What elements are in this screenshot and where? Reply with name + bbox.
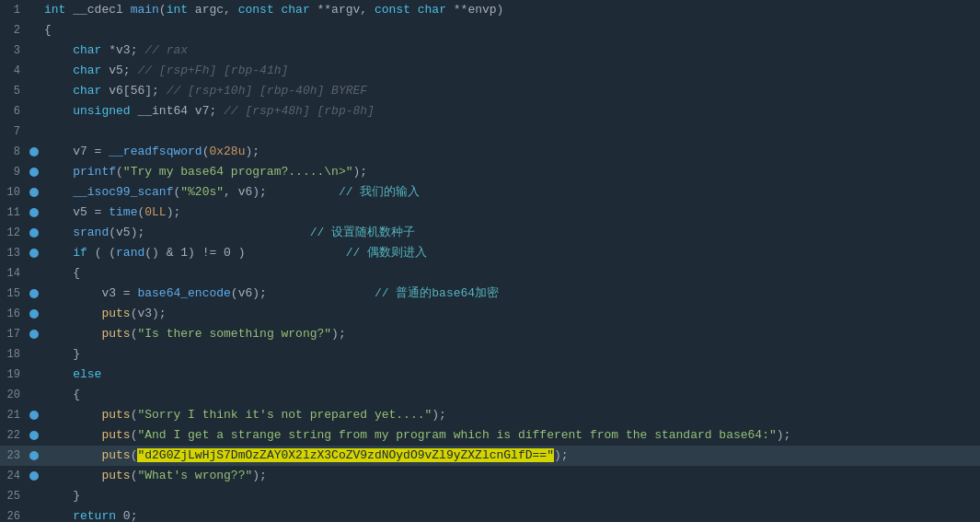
token-plain	[44, 509, 73, 522]
breakpoint[interactable]	[28, 168, 40, 177]
token-plain	[44, 185, 73, 199]
breakpoint[interactable]	[28, 309, 40, 319]
breakpoint-dot	[29, 471, 39, 481]
token-plain	[44, 165, 73, 179]
token-plain: , v6);	[224, 185, 339, 199]
token-fn: time	[109, 205, 137, 219]
breakpoint[interactable]	[28, 208, 40, 217]
token-plain: **argv,	[310, 3, 375, 17]
token-fn: rand	[116, 246, 144, 260]
token-plain: (v6);	[231, 286, 375, 300]
breakpoint[interactable]	[28, 330, 40, 339]
token-plain: }	[44, 347, 80, 361]
line-number: 24	[0, 470, 28, 482]
code-content: char *v3; // rax	[40, 41, 980, 60]
code-content: puts("What's wrong??");	[40, 467, 980, 485]
line-number: 10	[0, 186, 28, 199]
breakpoint[interactable]	[28, 289, 40, 298]
token-plain: );	[252, 469, 267, 482]
token-comment: // [rsp+48h] [rbp-8h]	[224, 104, 375, 118]
token-fn-yellow: puts	[101, 469, 130, 482]
breakpoint[interactable]	[28, 147, 40, 157]
breakpoint[interactable]	[28, 471, 40, 481]
breakpoint[interactable]	[28, 431, 40, 440]
code-content: printf("Try my base64 program?.....\n>")…	[40, 163, 980, 181]
token-str: "Is there something wrong?"	[137, 327, 331, 341]
token-fn: __readfsqword	[109, 145, 202, 158]
token-fn: printf	[73, 165, 116, 179]
token-str-highlight: "d2G0ZjLwHjS7DmOzZAY0X2lzX3CoZV9zdNOydO9…	[137, 448, 553, 462]
token-plain: ( (	[87, 246, 116, 260]
breakpoint[interactable]	[28, 249, 40, 258]
code-line: 1int __cdecl main(int argc, const char *…	[0, 0, 980, 20]
token-plain: v7 =	[73, 145, 109, 158]
token-kw: const	[238, 3, 274, 17]
token-plain: __int64 v7;	[131, 104, 224, 118]
code-content: return 0;	[40, 507, 980, 522]
breakpoint-dot	[29, 431, 39, 440]
code-content: puts("Sorry I think it's not prepared ye…	[40, 406, 980, 424]
line-number: 25	[0, 490, 28, 503]
line-number: 22	[0, 429, 28, 442]
line-number: 9	[0, 166, 28, 179]
breakpoint[interactable]	[28, 188, 40, 197]
code-content: }	[40, 345, 980, 364]
code-line: 22 puts("And I get a strange string from…	[0, 425, 980, 446]
token-plain: argc,	[188, 3, 238, 17]
code-line: 16 puts(v3);	[0, 304, 980, 324]
token-plain	[44, 307, 101, 320]
code-line: 21 puts("Sorry I think it's not prepared…	[0, 405, 980, 425]
code-content: unsigned __int64 v7; // [rsp+48h] [rbp-8…	[40, 102, 980, 121]
breakpoint[interactable]	[28, 411, 40, 420]
code-line: 8 v7 = __readfsqword(0x28u);	[0, 142, 980, 162]
token-comment: // rax	[144, 43, 188, 57]
token-comment: // [rsp+Fh] [rbp-41h]	[137, 64, 288, 77]
line-number: 18	[0, 348, 28, 361]
line-number: 26	[0, 510, 28, 522]
line-number: 12	[0, 226, 28, 239]
token-num: 0x28u	[209, 145, 245, 158]
breakpoint-dot	[29, 289, 39, 298]
code-line: 20 {	[0, 385, 980, 405]
code-content: char v6[56]; // [rsp+10h] [rbp-40h] BYRE…	[40, 82, 980, 100]
token-kw: int	[44, 3, 65, 17]
token-kw: char	[73, 43, 101, 57]
token-fn-yellow: puts	[101, 327, 130, 341]
breakpoint-dot	[29, 228, 39, 238]
code-content: srand(v5); // 设置随机数种子	[40, 224, 980, 242]
code-line: 3 char *v3; // rax	[0, 41, 980, 61]
token-plain	[44, 104, 73, 118]
line-number: 5	[0, 85, 28, 98]
token-plain: v3 =	[101, 286, 137, 300]
line-number: 4	[0, 64, 28, 77]
line-number: 15	[0, 287, 28, 300]
token-fn: srand	[73, 226, 109, 239]
token-plain: }	[44, 489, 80, 503]
token-kw: unsigned	[73, 104, 130, 118]
breakpoint[interactable]	[28, 451, 40, 460]
code-line: 2{	[0, 20, 980, 41]
token-plain: 0;	[116, 509, 137, 522]
token-plain: );	[331, 327, 346, 341]
token-plain	[410, 3, 418, 17]
breakpoint[interactable]	[28, 228, 40, 238]
code-line: 6 unsigned __int64 v7; // [rsp+48h] [rbp…	[0, 101, 980, 122]
breakpoint-dot	[29, 208, 39, 217]
token-num: 0LL	[144, 205, 166, 219]
token-comment-cn: // 普通的base64加密	[375, 286, 499, 300]
code-content: v3 = base64_encode(v6); // 普通的base64加密	[40, 284, 980, 303]
token-fn: base64_encode	[137, 286, 230, 300]
line-number: 6	[0, 105, 28, 118]
breakpoint-dot	[29, 451, 39, 460]
breakpoint-dot	[29, 330, 39, 339]
breakpoint-dot	[29, 188, 39, 197]
token-plain: () & 1) != 0 )	[144, 246, 345, 260]
code-line: 9 printf("Try my base64 program?.....\n>…	[0, 162, 980, 182]
code-content: __isoc99_scanf("%20s", v6); // 我们的输入	[40, 183, 980, 202]
token-plain: v5;	[101, 64, 137, 77]
token-plain	[274, 3, 282, 17]
code-line: 5 char v6[56]; // [rsp+10h] [rbp-40h] BY…	[0, 81, 980, 101]
breakpoint-dot	[29, 168, 39, 177]
token-plain: );	[554, 448, 569, 462]
token-comment: // [rsp+10h] [rbp-40h] BYREF	[167, 84, 367, 98]
